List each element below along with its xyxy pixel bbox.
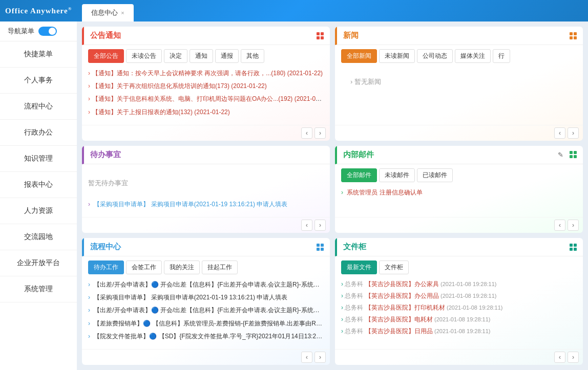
process-item-4[interactable]: › 【院发文件签批单】🔵 【SD】{F院发文件签批单.字号_字R}2021年01… (88, 330, 324, 343)
announce-grid-icon[interactable] (317, 32, 324, 39)
mail-next[interactable]: › (568, 220, 579, 231)
file-tabs: 最新文件 文件柜 (341, 260, 577, 274)
news-title: 新闻 (343, 31, 359, 40)
sidebar-item-personal[interactable]: 个人事务 (0, 68, 77, 94)
sidebar-item-admin-office[interactable]: 行政办公 (0, 120, 77, 146)
announce-tab-unread[interactable]: 未读公告 (126, 49, 162, 63)
announce-tab-report[interactable]: 通报 (215, 49, 239, 63)
file-item-1[interactable]: › 总务科 【英吉沙县医院】办公用品 (2021-01-08 19:28:11) (341, 290, 577, 302)
file-tab-latest[interactable]: 最新文件 (341, 260, 377, 274)
process-item-1[interactable]: › 【采购项目申请单】 采购项目申请单(2021-01-19 13:16:21)… (88, 291, 324, 304)
file-title: 文件柜 (343, 242, 366, 252)
logo: Office Anywhere® (5, 6, 72, 15)
top-bar: Office Anywhere® 信息中心 × (0, 0, 588, 21)
file-body: 最新文件 文件柜 › 总务科 【英吉沙县医院】办公家具 (2021-01-08 … (335, 256, 583, 349)
mail-title: 内部邮件 (343, 150, 374, 160)
announce-next[interactable]: › (314, 127, 326, 139)
todo-next[interactable]: › (314, 220, 326, 231)
nav-toggle-button[interactable] (38, 27, 57, 36)
news-prev[interactable]: ‹ (554, 127, 565, 139)
mail-tabs: 全部邮件 未读邮件 已读邮件 (341, 168, 577, 182)
news-empty: ›暂无新闻 (341, 67, 577, 97)
mail-body: 全部邮件 未读邮件 已读邮件 › 系统管理员 注册信息确认单 (335, 164, 583, 217)
process-item-2[interactable]: › 【出差/开会申请表】🔵 开会/出差【信息科】{F出差开会申请表.会议主题R}… (88, 304, 324, 317)
todo-prev[interactable]: ‹ (301, 220, 312, 231)
mail-tab-all[interactable]: 全部邮件 (341, 168, 377, 182)
file-grid-icon[interactable] (570, 244, 577, 251)
mail-edit-icon[interactable]: ✎ (558, 151, 563, 159)
nav-toggle-label: 导航菜单 (8, 27, 34, 36)
process-tab-pending[interactable]: 待办工作 (88, 260, 124, 274)
process-tab-meeting[interactable]: 会签工作 (126, 260, 162, 274)
sidebar-item-system[interactable]: 系统管理 (0, 276, 77, 302)
announce-card: 公告通知 全部公告 未读公告 决定 通知 通报 其他 ›【通知】通知：按今天早上… (82, 27, 330, 141)
announce-item-0[interactable]: ›【通知】通知：按今天早上会议精神要求 再次强调，请各行政，...(180) (… (88, 67, 324, 80)
announce-tab-notice[interactable]: 通知 (190, 49, 213, 63)
announce-item-3[interactable]: ›【通知】关于上报日报表的通知(132) (2021-01-22) (88, 106, 324, 119)
sidebar-item-process[interactable]: 流程中心 (0, 94, 77, 120)
main-layout: 导航菜单 快捷菜单 个人事务 流程中心 行政办公 知识管理 报表中心 人力资源 … (0, 21, 588, 370)
sidebar-item-quick-menu[interactable]: 快捷菜单 (0, 41, 77, 68)
news-tab-all[interactable]: 全部新闻 (341, 49, 377, 63)
tab-close-icon[interactable]: × (121, 10, 124, 16)
mail-tab-unread[interactable]: 未读邮件 (379, 168, 415, 182)
info-center-tab[interactable]: 信息中心 × (82, 4, 133, 21)
news-tabs: 全部新闻 未读新闻 公司动态 媒体关注 行 (341, 49, 577, 63)
process-tabs: 待办工作 会签工作 我的关注 挂起工作 (88, 260, 324, 274)
process-footer: ‹ › (82, 349, 330, 365)
file-prev[interactable]: ‹ (554, 352, 565, 363)
announce-tab-all[interactable]: 全部公告 (88, 49, 124, 63)
file-item-3[interactable]: › 总务科 【英吉沙县医院】电耗材 (2021-01-08 19:28:11) (341, 314, 577, 325)
news-grid-icon[interactable] (570, 32, 577, 39)
sidebar-item-exchange[interactable]: 交流园地 (0, 224, 77, 250)
news-card: 新闻 全部新闻 未读新闻 公司动态 媒体关注 行 ›暂无新闻 ‹ › (335, 27, 583, 141)
content-area: 公告通知 全部公告 未读公告 决定 通知 通报 其他 ›【通知】通知：按今天早上… (77, 21, 588, 370)
file-card-header: 文件柜 (335, 238, 583, 256)
sidebar-item-report[interactable]: 报表中心 (0, 172, 77, 198)
file-tab-cabinet[interactable]: 文件柜 (379, 260, 409, 274)
mail-grid-icon[interactable] (570, 151, 577, 158)
todo-card-header: 待办事宜 (82, 146, 330, 164)
process-prev[interactable]: ‹ (301, 352, 312, 363)
mail-footer: ‹ › (335, 217, 583, 233)
announce-item-2[interactable]: ›【通知】关于信息科相关系统、电脑、打印机周边等问题在OA办公...(192) … (88, 93, 324, 105)
news-body: 全部新闻 未读新闻 公司动态 媒体关注 行 ›暂无新闻 (335, 45, 583, 125)
news-tab-row[interactable]: 行 (493, 49, 510, 63)
mail-card: 内部邮件 ✎ 全部邮件 未读邮件 已读邮件 › 系统管理员 注册信 (335, 146, 583, 233)
sidebar-item-open-platform[interactable]: 企业开放平台 (0, 250, 77, 276)
announce-tabs: 全部公告 未读公告 决定 通知 通报 其他 (88, 49, 324, 63)
todo-card: 待办事宜 暂无待办事宜 › 【采购项目申请单】 采购项目申请单(2021-01-… (82, 146, 330, 233)
mail-tab-read[interactable]: 已读邮件 (417, 168, 453, 182)
file-next[interactable]: › (568, 352, 579, 363)
announce-tab-decision[interactable]: 决定 (164, 49, 187, 63)
announce-item-1[interactable]: ›【通知】关于再次组织信息化系统培训的通知(173) (2021-01-22) (88, 80, 324, 93)
process-item-0[interactable]: › 【出差/开会申请表】🔵 开会/出差【信息科】{F出差开会申请表.会议主题R}… (88, 278, 324, 291)
news-tab-media[interactable]: 媒体关注 (455, 49, 491, 63)
announce-card-header: 公告通知 (82, 27, 330, 45)
announce-tab-other[interactable]: 其他 (241, 49, 264, 63)
news-next[interactable]: › (568, 127, 579, 139)
file-item-2[interactable]: › 总务科 【英吉沙县医院】打印机耗材 (2021-01-08 19:28:11… (341, 302, 577, 314)
file-card: 文件柜 最新文件 文件柜 › 总务科 【英吉沙县医院】办公家具 (2021-01… (335, 238, 583, 365)
file-item-0[interactable]: › 总务科 【英吉沙县医院】办公家具 (2021-01-08 19:28:11) (341, 278, 577, 290)
mail-item-0[interactable]: › 系统管理员 注册信息确认单 (341, 186, 577, 199)
nav-toggle-area: 导航菜单 (0, 21, 77, 41)
sidebar-nav: 快捷菜单 个人事务 流程中心 行政办公 知识管理 报表中心 人力资源 交流园地 … (0, 41, 77, 370)
file-footer: ‹ › (335, 349, 583, 365)
sidebar-item-hr[interactable]: 人力资源 (0, 198, 77, 224)
announce-prev[interactable]: ‹ (301, 127, 312, 139)
sidebar-item-knowledge[interactable]: 知识管理 (0, 146, 77, 172)
file-item-4[interactable]: › 总务科 【英吉沙县医院】日用品 (2021-01-08 19:28:11) (341, 325, 577, 337)
news-card-header: 新闻 (335, 27, 583, 45)
todo-item-0[interactable]: › 【采购项目申请单】 采购项目申请单(2021-01-19 13:16:21)… (88, 198, 324, 211)
mail-prev[interactable]: ‹ (554, 220, 565, 231)
tab-bar: 信息中心 × (82, 0, 133, 21)
process-tab-hangup[interactable]: 挂起工作 (202, 260, 238, 274)
process-next[interactable]: › (314, 352, 326, 363)
process-grid-icon[interactable] (317, 244, 324, 251)
news-tab-unread[interactable]: 未读新闻 (379, 49, 415, 63)
todo-body: 暂无待办事宜 › 【采购项目申请单】 采购项目申请单(2021-01-19 13… (82, 164, 330, 217)
process-tab-concern[interactable]: 我的关注 (164, 260, 200, 274)
news-tab-company[interactable]: 公司动态 (417, 49, 453, 63)
process-item-3[interactable]: › 【差旅费报销单】🔵 【信息科】系统管理员-差费报销-{F差旅费报销单.出差事… (88, 317, 324, 330)
